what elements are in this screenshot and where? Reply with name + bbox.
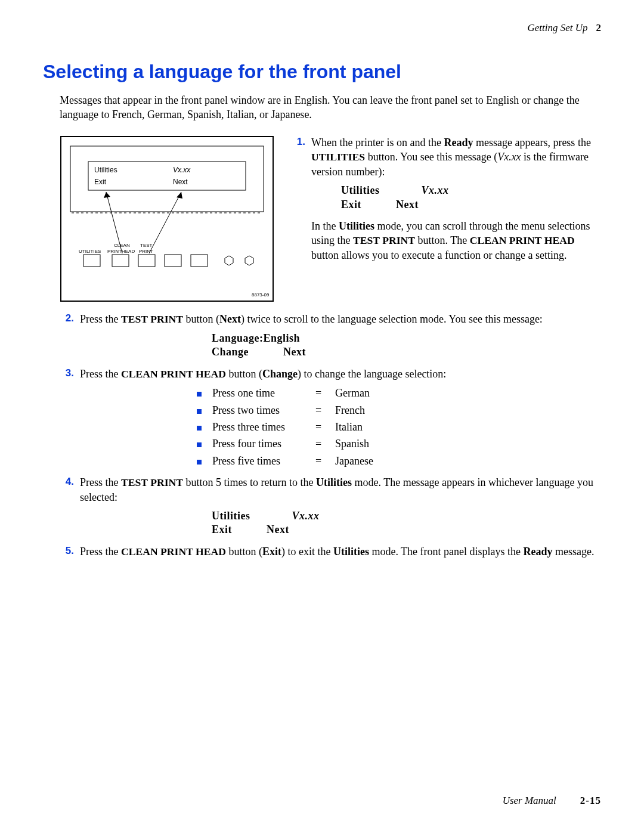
step-4-lcd: UtilitiesVx.xx ExitNext <box>212 509 601 537</box>
section-title: Getting Set Up <box>527 22 587 33</box>
svg-rect-20 <box>165 255 181 267</box>
step-4-text: Press the TEST PRINT button 5 times to r… <box>80 475 601 504</box>
list-item: Press five times=Japanese <box>197 454 601 468</box>
list-item: Press four times=Spanish <box>197 436 601 451</box>
book-title: User Manual <box>503 795 556 806</box>
language-list: Press one time=German Press two times=Fr… <box>197 386 601 467</box>
svg-text:Exit: Exit <box>94 178 107 186</box>
svg-text:TEST: TEST <box>140 243 153 248</box>
step-3-text: Press the CLEAN PRINT HEAD button (Chang… <box>80 367 601 382</box>
step-3-number: 3. <box>60 367 74 382</box>
list-item: Press three times=Italian <box>197 420 601 434</box>
list-item: Press one time=German <box>197 386 601 400</box>
step-2-text: Press the TEST PRINT button (Next) twice… <box>80 312 601 327</box>
page-number: 2-15 <box>580 795 601 806</box>
running-footer: User Manual2-15 <box>503 794 601 808</box>
page-title: Selecting a language for the front panel <box>43 59 601 85</box>
intro-paragraph: Messages that appear in the front panel … <box>60 93 601 122</box>
svg-text:Utilities: Utilities <box>94 166 117 174</box>
step-1-number: 1. <box>291 135 305 263</box>
svg-text:CLEAN: CLEAN <box>114 243 130 248</box>
front-panel-diagram: Utilities Vx.xx Exit Next UTILITIES CLEA… <box>60 135 274 306</box>
svg-rect-19 <box>138 255 155 267</box>
step-4-number: 4. <box>60 475 74 504</box>
step-1-text: When the printer is on and the Ready mes… <box>311 135 601 263</box>
svg-line-15 <box>149 192 181 253</box>
list-item: Press two times=French <box>197 403 601 417</box>
bullet-icon <box>197 442 202 447</box>
svg-rect-17 <box>83 255 100 267</box>
running-header: Getting Set Up2 <box>43 21 601 35</box>
bullet-icon <box>197 409 202 414</box>
svg-text:UTILITIES: UTILITIES <box>79 249 101 254</box>
bullet-icon <box>197 426 202 431</box>
svg-rect-21 <box>191 255 208 267</box>
step-2-lcd: Language:English ChangeNext <box>212 332 601 360</box>
svg-text:Vx.xx: Vx.xx <box>173 166 191 174</box>
svg-marker-16 <box>177 192 182 199</box>
panel-svg: Utilities Vx.xx Exit Next UTILITIES CLEA… <box>60 135 274 302</box>
svg-marker-22 <box>225 256 233 265</box>
svg-marker-23 <box>245 256 253 265</box>
step-5-text: Press the CLEAN PRINT HEAD button (Exit)… <box>80 544 601 559</box>
svg-rect-18 <box>112 255 129 267</box>
svg-marker-14 <box>104 192 110 198</box>
step-2-number: 2. <box>60 312 74 327</box>
chapter-number: 2 <box>596 22 602 33</box>
bullet-icon <box>197 392 202 397</box>
svg-text:Next: Next <box>173 178 188 186</box>
bullet-icon <box>197 460 202 465</box>
svg-text:8873-09: 8873-09 <box>252 292 270 298</box>
step-5-number: 5. <box>60 544 74 559</box>
step-1-lcd: UtilitiesVx.xx ExitNext <box>341 184 601 212</box>
